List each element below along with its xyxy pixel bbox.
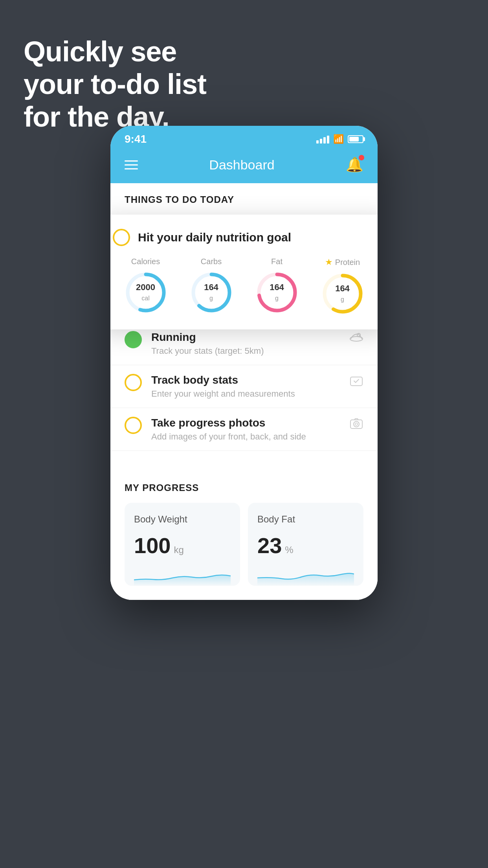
track-body-stats-checkbox[interactable] <box>125 374 142 391</box>
body-weight-card-title: Body Weight <box>134 514 231 525</box>
status-time: 9:41 <box>125 133 147 145</box>
progress-cards: Body Weight 100 kg <box>125 503 363 586</box>
hero-title: Quickly see your to-do list for the day. <box>24 35 206 133</box>
header-title: Dashboard <box>209 157 274 173</box>
nutrition-card-title: Hit your daily nutrition goal <box>138 231 291 244</box>
nutrition-carbs: Carbs 164g <box>190 257 233 314</box>
body-fat-unit: % <box>285 544 293 555</box>
photo-icon <box>349 417 363 434</box>
signal-bars-icon <box>316 135 329 143</box>
wifi-icon: 📶 <box>333 134 344 144</box>
battery-icon <box>348 135 363 143</box>
body-fat-chart <box>257 566 354 586</box>
carbs-label: Carbs <box>201 257 222 266</box>
body-weight-unit: kg <box>174 544 183 555</box>
body-weight-number: 100 <box>134 533 171 558</box>
progress-photos-subtitle: Add images of your front, back, and side <box>151 432 340 442</box>
calories-label: Calories <box>131 257 160 266</box>
protein-circle: 164g <box>321 272 364 315</box>
scale-icon <box>349 374 363 391</box>
running-icon <box>349 331 363 345</box>
nutrition-card[interactable]: Hit your daily nutrition goal Calories 2… <box>110 215 378 329</box>
status-icons: 📶 <box>316 134 363 144</box>
nutrition-protein: ★ Protein 164g <box>321 257 364 315</box>
body-weight-card[interactable]: Body Weight 100 kg <box>125 503 240 586</box>
nutrition-checkbox[interactable] <box>113 229 130 246</box>
notification-dot <box>359 155 364 160</box>
track-body-stats-text-block: Track body stats Enter your weight and m… <box>151 374 340 399</box>
carbs-circle: 164g <box>190 271 233 314</box>
nutrition-fat: Fat 164g <box>255 257 299 314</box>
calories-circle: 2000cal <box>124 271 167 314</box>
phone-mockup: 9:41 📶 Dashboard 🔔 THINGS TO DO TOD <box>110 126 378 600</box>
protein-star-icon: ★ <box>325 257 333 267</box>
running-text-block: Running Track your stats (target: 5km) <box>151 331 340 356</box>
todo-section-label: THINGS TO DO TODAY <box>110 183 378 212</box>
app-header: Dashboard 🔔 <box>110 149 378 183</box>
menu-button[interactable] <box>125 160 138 169</box>
my-progress-section: MY PROGRESS Body Weight 100 kg <box>110 467 378 600</box>
body-weight-value: 100 kg <box>134 533 231 558</box>
running-subtitle: Track your stats (target: 5km) <box>151 346 340 356</box>
track-body-stats-title: Track body stats <box>151 374 340 386</box>
body-fat-value: 23 % <box>257 533 354 558</box>
running-checkbox[interactable] <box>125 331 142 348</box>
svg-point-13 <box>355 423 358 425</box>
todo-item-progress-photos[interactable]: Take progress photos Add images of your … <box>110 408 378 451</box>
progress-photos-text-block: Take progress photos Add images of your … <box>151 417 340 442</box>
progress-photos-title: Take progress photos <box>151 417 340 429</box>
nutrition-calories: Calories 2000cal <box>124 257 167 314</box>
body-fat-number: 23 <box>257 533 282 558</box>
status-bar: 9:41 📶 <box>110 126 378 149</box>
nutrition-card-header: Hit your daily nutrition goal <box>113 229 375 246</box>
todo-item-track-body-stats[interactable]: Track body stats Enter your weight and m… <box>110 365 378 408</box>
notification-bell-icon[interactable]: 🔔 <box>346 156 363 173</box>
svg-point-12 <box>354 421 359 427</box>
nutrition-row: Calories 2000cal Carbs <box>113 257 375 315</box>
body-weight-chart <box>134 566 231 586</box>
body-fat-card-title: Body Fat <box>257 514 354 525</box>
progress-photos-checkbox[interactable] <box>125 417 142 434</box>
my-progress-title: MY PROGRESS <box>125 482 363 493</box>
fat-circle: 164g <box>255 271 299 314</box>
fat-label: Fat <box>271 257 283 266</box>
running-title: Running <box>151 331 340 344</box>
protein-label: ★ Protein <box>325 257 360 267</box>
track-body-stats-subtitle: Enter your weight and measurements <box>151 389 340 399</box>
body-fat-card[interactable]: Body Fat 23 % <box>248 503 363 586</box>
phone-content: THINGS TO DO TODAY Hit your daily nutrit… <box>110 183 378 600</box>
